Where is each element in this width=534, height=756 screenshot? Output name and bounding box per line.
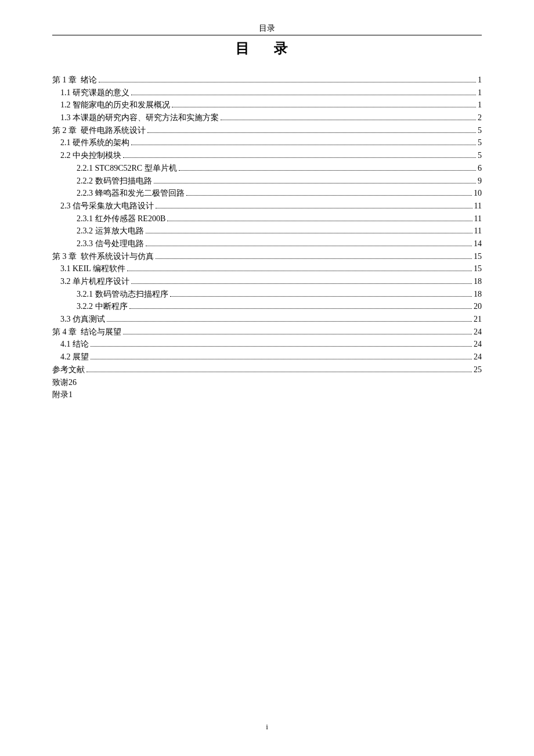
toc-leader-dots (172, 107, 476, 107)
toc-leader-dots (147, 132, 476, 133)
toc-entry-label: 2.1 硬件系统的架构 (60, 136, 129, 149)
toc-entry-label: 第 1 章 绪论 (52, 74, 97, 87)
toc-leader-dots (156, 258, 472, 259)
toc-entry: 2.2 中央控制模块5 (52, 149, 482, 162)
toc-entry-label: 3.3 仿真测试 (60, 313, 105, 326)
toc-leader-dots (146, 246, 472, 246)
toc-entry: 3.3 仿真测试21 (52, 313, 482, 326)
table-of-contents: 第 1 章 绪论11.1 研究课题的意义11.2 智能家电的历史和发展概况11.… (52, 74, 482, 401)
toc-entry-label: 2.2.1 STC89C52RC 型单片机 (77, 162, 177, 175)
toc-entry-label: 参考文献 (52, 363, 85, 376)
toc-leader-dots (131, 145, 476, 145)
toc-entry: 2.3.1 红外传感器 RE200B11 (52, 213, 482, 225)
toc-entry-page: 1 (478, 99, 482, 111)
toc-entry: 1.1 研究课题的意义1 (52, 87, 482, 99)
toc-leader-dots (131, 95, 476, 95)
toc-entry-page: 14 (474, 237, 482, 250)
toc-entry: 1.2 智能家电的历史和发展概况1 (52, 99, 482, 111)
toc-entry-page: 20 (474, 300, 482, 313)
toc-entry: 3.2.2 中断程序20 (52, 300, 482, 313)
toc-entry: 2.3.2 运算放大电路11 (52, 225, 482, 237)
toc-entry-page: 24 (474, 351, 482, 363)
toc-entry-page: 11 (474, 200, 482, 213)
toc-leader-dots (86, 372, 472, 372)
toc-entry: 参考文献25 (52, 363, 482, 376)
toc-leader-dots (129, 308, 472, 309)
toc-entry-label: 2.2 中央控制模块 (60, 149, 121, 162)
toc-leader-dots (127, 271, 472, 271)
toc-entry-label: 4.2 展望 (60, 351, 89, 363)
toc-entry-page: 11 (474, 225, 482, 237)
toc-entry: 1.3 本课题的研究内容、研究方法和实施方案2 (52, 111, 482, 124)
toc-entry: 第 2 章 硬件电路系统设计5 (52, 124, 482, 137)
toc-entry: 4.1 结论24 (52, 338, 482, 351)
toc-entry: 2.3.3 信号处理电路14 (52, 237, 482, 250)
toc-entry: 第 3 章 软件系统设计与仿真15 (52, 250, 482, 263)
toc-entry: 2.1 硬件系统的架构5 (52, 136, 482, 149)
toc-entry-label: 2.3 信号采集放大电路设计 (60, 200, 154, 213)
toc-leader-dots (123, 157, 476, 158)
toc-entry-label: 2.3.2 运算放大电路 (77, 225, 144, 237)
toc-leader-dots (156, 208, 472, 208)
toc-entry-label: 1.2 智能家电的历史和发展概况 (60, 99, 170, 111)
toc-entry-page: 15 (474, 262, 482, 275)
toc-leader-dots (99, 82, 476, 82)
toc-entry-page: 1 (478, 87, 482, 99)
toc-leader-dots (91, 346, 472, 347)
toc-entry-page: 11 (474, 213, 482, 225)
toc-entry: 3.2 单片机程序设计18 (52, 275, 482, 288)
toc-leader-dots (91, 359, 472, 359)
toc-entry-label: 2.3.3 信号处理电路 (77, 237, 144, 250)
toc-leader-dots (131, 283, 472, 284)
page-number-footer: i (0, 722, 534, 732)
toc-entry-page: 2 (478, 111, 482, 124)
toc-entry-page: 5 (478, 124, 482, 137)
toc-entry-label: 致谢26 (52, 376, 77, 389)
toc-entry-page: 6 (478, 162, 482, 175)
toc-entry-page: 18 (474, 288, 482, 301)
toc-leader-dots (170, 296, 472, 297)
toc-entry-label: 4.1 结论 (60, 338, 89, 351)
toc-leader-dots (186, 195, 472, 196)
toc-entry-page: 21 (474, 313, 482, 326)
toc-entry-label: 2.2.3 蜂鸣器和发光二极管回路 (77, 187, 185, 200)
toc-entry: 第 1 章 绪论1 (52, 74, 482, 87)
toc-entry-page: 5 (478, 149, 482, 162)
toc-entry: 第 4 章 结论与展望24 (52, 326, 482, 339)
toc-leader-dots (146, 233, 472, 233)
toc-leader-dots (167, 221, 472, 221)
toc-entry: 3.2.1 数码管动态扫描程序18 (52, 288, 482, 301)
document-page: 目录 目 录 第 1 章 绪论11.1 研究课题的意义11.2 智能家电的历史和… (0, 0, 534, 401)
toc-entry-label: 3.2.1 数码管动态扫描程序 (77, 288, 168, 301)
toc-leader-dots (123, 334, 472, 334)
toc-entry-label: 3.2.2 中断程序 (77, 300, 128, 313)
toc-entry-label: 第 2 章 硬件电路系统设计 (52, 124, 146, 137)
toc-entry: 2.2.3 蜂鸣器和发光二极管回路10 (52, 187, 482, 200)
toc-entry-label: 3.2 单片机程序设计 (60, 275, 129, 288)
running-header: 目录 (52, 23, 482, 35)
toc-entry-label: 1.3 本课题的研究内容、研究方法和实施方案 (60, 111, 219, 124)
toc-entry: 4.2 展望24 (52, 351, 482, 363)
toc-entry-label: 第 3 章 软件系统设计与仿真 (52, 250, 154, 263)
toc-entry-page: 10 (474, 187, 482, 200)
toc-entry: 致谢26 (52, 376, 482, 389)
toc-entry-page: 25 (474, 363, 482, 376)
toc-entry-page: 24 (474, 338, 482, 351)
toc-entry-label: 2.3.1 红外传感器 RE200B (77, 213, 165, 225)
toc-entry: 3.1 KEIL 编程软件15 (52, 262, 482, 275)
toc-entry-label: 3.1 KEIL 编程软件 (60, 262, 125, 275)
toc-entry-page: 1 (478, 74, 482, 87)
toc-entry-page: 24 (474, 326, 482, 339)
toc-entry-label: 附录1 (52, 388, 73, 401)
toc-leader-dots (154, 183, 477, 183)
toc-entry-label: 1.1 研究课题的意义 (60, 87, 129, 99)
toc-entry-label: 2.2.2 数码管扫描电路 (77, 175, 152, 188)
toc-entry-page: 18 (474, 275, 482, 288)
toc-entry-label: 第 4 章 结论与展望 (52, 326, 121, 339)
toc-entry: 2.2.1 STC89C52RC 型单片机6 (52, 162, 482, 175)
toc-entry: 附录1 (52, 388, 482, 401)
toc-entry-page: 5 (478, 136, 482, 149)
toc-entry-page: 9 (478, 175, 482, 188)
toc-entry: 2.2.2 数码管扫描电路9 (52, 175, 482, 188)
toc-leader-dots (221, 120, 476, 120)
